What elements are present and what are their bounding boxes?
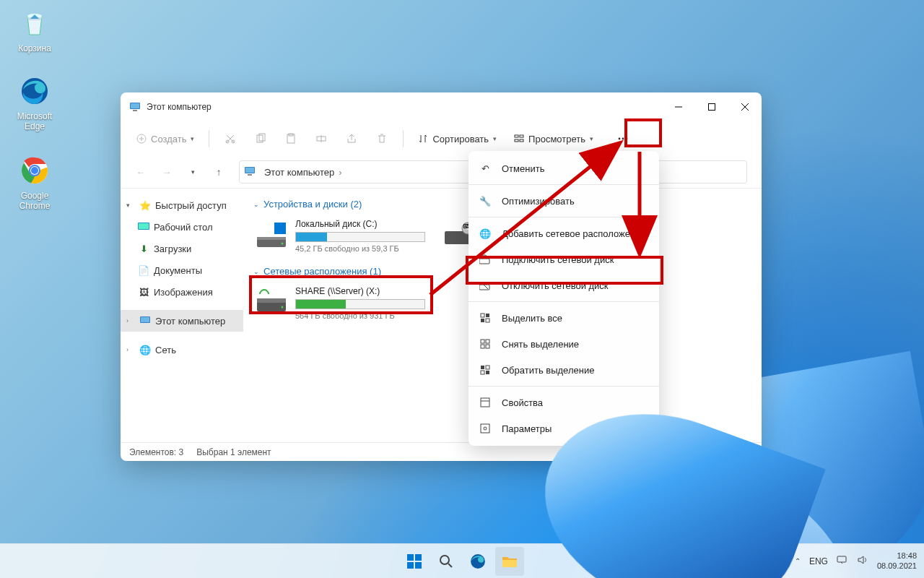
back-button[interactable]: ← [129, 160, 152, 184]
explorer-window: Этот компьютер Создать▾ Сортировать▾ Про… [121, 92, 762, 461]
svg-point-68 [484, 427, 487, 430]
chevron-right-icon: › [337, 167, 343, 178]
svg-rect-72 [415, 554, 422, 561]
share-button[interactable] [338, 126, 365, 151]
svg-rect-32 [245, 168, 254, 173]
tray-volume-icon[interactable] [857, 555, 868, 567]
desktop-icon-label: Microsoft Edge [7, 111, 62, 131]
cut-button[interactable] [217, 126, 244, 151]
annotation-more-highlight [624, 118, 662, 147]
svg-rect-62 [486, 366, 489, 369]
search-icon [439, 554, 453, 569]
new-button[interactable]: Создать▾ [129, 126, 201, 151]
sidebar-network[interactable]: › 🌐 Сеть [121, 339, 243, 361]
svg-rect-63 [481, 371, 484, 374]
svg-rect-59 [481, 345, 484, 348]
svg-rect-60 [486, 345, 489, 348]
clipboard-icon [285, 133, 297, 144]
tray-clock[interactable]: 18:48 08.09.2021 [877, 551, 917, 571]
start-button[interactable] [400, 547, 429, 576]
svg-rect-27 [520, 139, 523, 142]
this-pc-icon [139, 315, 151, 327]
sidebar-downloads[interactable]: ⬇Загрузки [121, 238, 243, 259]
desktop-icon-recycle-bin[interactable]: Корзина [7, 6, 62, 53]
menu-invert-selection[interactable]: Обратить выделение [468, 357, 659, 383]
svg-rect-33 [248, 174, 252, 176]
scissors-icon [225, 133, 236, 144]
menu-properties[interactable]: Свойства [468, 389, 659, 415]
sort-icon [418, 134, 428, 144]
recycle-bin-icon [17, 6, 52, 40]
tray-language[interactable]: ENG [809, 556, 828, 566]
svg-rect-65 [481, 398, 489, 407]
desktop-icon-chrome[interactable]: Google Chrome [7, 153, 62, 211]
options-icon [479, 422, 492, 435]
maximize-button[interactable] [695, 92, 728, 121]
properties-icon [479, 396, 492, 409]
sort-button[interactable]: Сортировать▾ [411, 126, 504, 151]
svg-rect-78 [837, 556, 846, 562]
pictures-icon: 🖼 [138, 286, 149, 298]
tray-network-icon[interactable] [837, 555, 848, 567]
taskbar-edge[interactable] [463, 547, 492, 576]
minimize-button[interactable] [662, 92, 695, 121]
edge-icon [470, 553, 486, 569]
desktop-icon-label: Корзина [7, 43, 62, 53]
globe-icon: 🌐 [479, 227, 492, 240]
svg-rect-38 [274, 223, 286, 234]
svg-rect-67 [481, 424, 489, 433]
edge-icon [17, 74, 52, 108]
invert-selection-icon [479, 363, 492, 376]
sidebar-desktop[interactable]: Рабочий стол [121, 216, 243, 238]
close-button[interactable] [728, 92, 762, 121]
chevron-down-icon: ⌄ [253, 201, 259, 208]
search-button[interactable] [432, 547, 461, 576]
menu-select-all[interactable]: Выделить все [468, 305, 659, 331]
more-context-menu: ↶Отменить 🔧Оптимизировать 🌐Добавить сете… [468, 151, 659, 446]
forward-button[interactable]: → [155, 160, 178, 184]
network-icon: 🌐 [139, 344, 151, 355]
sidebar-pictures[interactable]: 🖼Изображения [121, 281, 243, 303]
plus-circle-icon [136, 134, 147, 144]
sidebar-quick-access[interactable]: ▾ ⭐ Быстрый доступ [121, 194, 243, 216]
nav-row: ← → ▾ ↑ Этот компьютер › [121, 156, 762, 188]
copy-icon [255, 133, 266, 144]
svg-rect-7 [131, 103, 139, 108]
menu-undo[interactable]: ↶Отменить [468, 155, 659, 181]
desktop-icon-edge[interactable]: Microsoft Edge [7, 74, 62, 131]
system-tray: ⌃ ENG 18:48 08.09.2021 [795, 551, 924, 571]
chevron-right-icon: › [126, 317, 135, 324]
drive-local-c[interactable]: Локальный диск (C:) 45,2 ГБ свободно из … [253, 215, 427, 256]
up-button[interactable]: ↑ [207, 160, 230, 184]
menu-optimize[interactable]: 🔧Оптимизировать [468, 188, 659, 214]
this-pc-icon [129, 101, 141, 113]
svg-rect-37 [141, 317, 149, 322]
taskbar-explorer[interactable] [495, 547, 524, 576]
select-all-icon [479, 311, 492, 324]
svg-rect-73 [407, 562, 414, 569]
desktop-icon-label: Google Chrome [7, 191, 62, 211]
wrench-icon: 🔧 [479, 194, 492, 207]
breadcrumb-this-pc[interactable]: Этот компьютер [261, 167, 337, 178]
view-button[interactable]: Просмотреть▾ [507, 126, 601, 151]
svg-rect-10 [709, 104, 715, 111]
svg-rect-24 [515, 135, 518, 137]
svg-rect-57 [481, 340, 484, 343]
delete-button[interactable] [368, 126, 396, 151]
paste-button[interactable] [277, 126, 305, 151]
svg-rect-54 [486, 314, 489, 317]
svg-rect-8 [133, 110, 137, 111]
chrome-icon [17, 153, 52, 188]
desktop-icon [138, 221, 149, 233]
recent-locations-button[interactable]: ▾ [181, 160, 204, 184]
menu-add-network-location[interactable]: 🌐Добавить сетевое расположение [468, 220, 659, 246]
menu-select-none[interactable]: Снять выделение [468, 331, 659, 357]
chevron-down-icon: ▾ [126, 202, 135, 209]
copy-button[interactable] [247, 126, 274, 151]
svg-line-76 [448, 564, 452, 567]
tray-show-hidden[interactable]: ⌃ [795, 557, 801, 565]
svg-rect-58 [486, 340, 489, 343]
sidebar-documents[interactable]: 📄Документы [121, 259, 243, 281]
rename-button[interactable] [308, 126, 335, 151]
sidebar-this-pc[interactable]: › Этот компьютер [121, 310, 243, 332]
